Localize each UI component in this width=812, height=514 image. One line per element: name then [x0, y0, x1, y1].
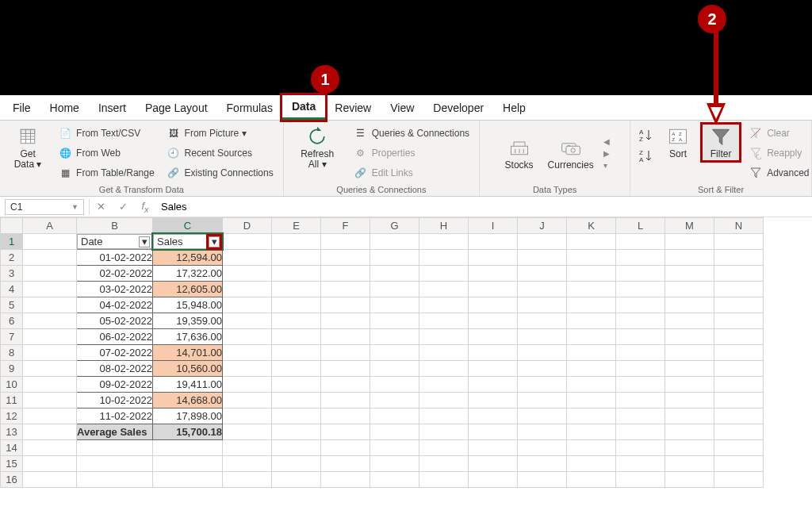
cell-G6[interactable]	[370, 313, 419, 329]
cell-I8[interactable]	[469, 345, 518, 361]
cell-A3[interactable]	[23, 266, 77, 282]
cell-E5[interactable]	[272, 297, 321, 313]
cell-E7[interactable]	[272, 329, 321, 345]
cell-H3[interactable]	[419, 266, 469, 282]
cell-L8[interactable]	[616, 345, 665, 361]
cell-C13[interactable]: 15,700.18	[153, 424, 223, 440]
cell-C4[interactable]: 12,605.00	[153, 282, 223, 297]
cell-L10[interactable]	[616, 377, 665, 393]
spreadsheet-grid[interactable]: ABCDEFGHIJKLMN1Date▾Sales▾201-02-202212,…	[0, 217, 812, 488]
cell-C5[interactable]: 15,948.00	[153, 297, 223, 313]
cell-L12[interactable]	[616, 409, 665, 424]
cell-C6[interactable]: 19,359.00	[153, 313, 223, 329]
cell-N11[interactable]	[714, 393, 764, 409]
cell-M13[interactable]	[665, 424, 714, 440]
cell-A8[interactable]	[23, 345, 77, 361]
cell-D16[interactable]	[223, 472, 272, 488]
cell-C10[interactable]: 19,411.00	[153, 377, 223, 393]
cell-A5[interactable]	[23, 297, 77, 313]
cell-E9[interactable]	[272, 361, 321, 377]
cell-M3[interactable]	[665, 266, 714, 282]
cell-F9[interactable]	[321, 361, 370, 377]
cell-M7[interactable]	[665, 329, 714, 345]
cell-K2[interactable]	[567, 250, 616, 266]
row-header-7[interactable]: 7	[1, 329, 23, 345]
cell-B10[interactable]: 09-02-2022	[77, 377, 153, 393]
cell-H14[interactable]	[419, 440, 469, 456]
sort-button[interactable]: AZZA Sort	[659, 124, 697, 161]
recent-sources-button[interactable]: 🕘Recent Sources	[163, 144, 277, 163]
cell-J7[interactable]	[518, 329, 567, 345]
chevron-down-icon[interactable]: ▾	[603, 161, 610, 170]
cell-C9[interactable]: 10,560.00	[153, 361, 223, 377]
cell-J4[interactable]	[518, 282, 567, 297]
cell-J6[interactable]	[518, 313, 567, 329]
cell-N2[interactable]	[714, 250, 764, 266]
column-header-M[interactable]: M	[665, 218, 714, 234]
cell-E14[interactable]	[272, 440, 321, 456]
cell-F10[interactable]	[321, 377, 370, 393]
row-header-6[interactable]: 6	[1, 313, 23, 329]
cell-N6[interactable]	[714, 313, 764, 329]
cell-N15[interactable]	[714, 456, 764, 472]
cell-K11[interactable]	[567, 393, 616, 409]
fx-icon[interactable]: fx	[137, 200, 153, 214]
cell-F11[interactable]	[321, 393, 370, 409]
cell-G1[interactable]	[370, 234, 419, 250]
cell-D14[interactable]	[223, 440, 272, 456]
from-table-range-button[interactable]: ▦From Table/Range	[54, 163, 158, 182]
cell-M6[interactable]	[665, 313, 714, 329]
cell-B14[interactable]	[77, 440, 153, 456]
tab-file[interactable]: File	[3, 97, 40, 119]
cell-G4[interactable]	[370, 282, 419, 297]
column-header-F[interactable]: F	[321, 218, 370, 234]
cell-C15[interactable]	[153, 456, 223, 472]
cell-M1[interactable]	[665, 234, 714, 250]
cell-N8[interactable]	[714, 345, 764, 361]
cell-E3[interactable]	[272, 266, 321, 282]
cell-H1[interactable]	[419, 234, 469, 250]
column-header-H[interactable]: H	[419, 218, 469, 234]
cell-C16[interactable]	[153, 472, 223, 488]
cell-D13[interactable]	[223, 424, 272, 440]
sort-desc-button[interactable]: ZA	[637, 148, 654, 165]
cell-F1[interactable]	[321, 234, 370, 250]
cell-I10[interactable]	[469, 377, 518, 393]
cell-L4[interactable]	[616, 282, 665, 297]
cell-E1[interactable]	[272, 234, 321, 250]
currencies-button[interactable]: Currencies	[543, 135, 599, 172]
cell-E11[interactable]	[272, 393, 321, 409]
cell-N12[interactable]	[714, 409, 764, 424]
row-header-9[interactable]: 9	[1, 361, 23, 377]
cell-M10[interactable]	[665, 377, 714, 393]
cell-H7[interactable]	[419, 329, 469, 345]
cell-J8[interactable]	[518, 345, 567, 361]
cell-I9[interactable]	[469, 361, 518, 377]
cell-M16[interactable]	[665, 472, 714, 488]
cell-G8[interactable]	[370, 345, 419, 361]
cell-K15[interactable]	[567, 456, 616, 472]
cell-K6[interactable]	[567, 313, 616, 329]
cell-N16[interactable]	[714, 472, 764, 488]
cell-K9[interactable]	[567, 361, 616, 377]
stocks-button[interactable]: Stocks	[500, 135, 538, 172]
cell-A4[interactable]	[23, 282, 77, 297]
cell-J14[interactable]	[518, 440, 567, 456]
column-header-I[interactable]: I	[469, 218, 518, 234]
column-header-G[interactable]: G	[370, 218, 419, 234]
cell-N13[interactable]	[714, 424, 764, 440]
cell-B8[interactable]: 07-02-2022	[77, 345, 153, 361]
cell-C12[interactable]: 17,898.00	[153, 409, 223, 424]
cell-M14[interactable]	[665, 440, 714, 456]
column-header-E[interactable]: E	[272, 218, 321, 234]
row-header-14[interactable]: 14	[1, 440, 23, 456]
cell-J15[interactable]	[518, 456, 567, 472]
cell-M9[interactable]	[665, 361, 714, 377]
cell-B7[interactable]: 06-02-2022	[77, 329, 153, 345]
cell-D8[interactable]	[223, 345, 272, 361]
row-header-5[interactable]: 5	[1, 297, 23, 313]
cell-G5[interactable]	[370, 297, 419, 313]
cell-G13[interactable]	[370, 424, 419, 440]
tab-page-layout[interactable]: Page Layout	[136, 97, 217, 119]
cell-A15[interactable]	[23, 456, 77, 472]
